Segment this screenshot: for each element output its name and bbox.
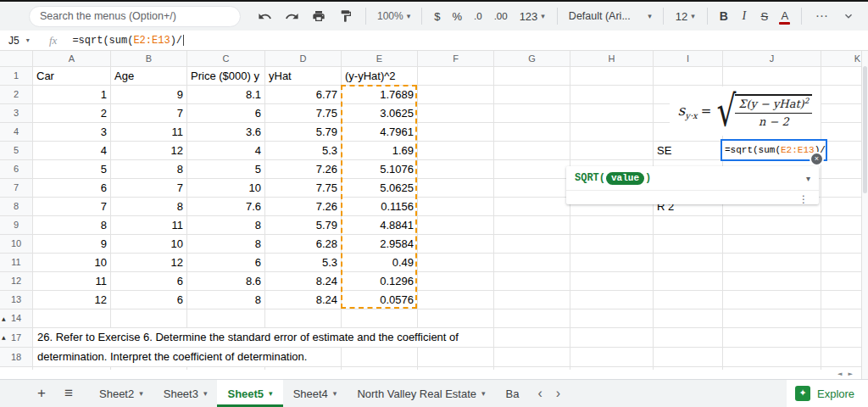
cell-B5[interactable]: 12	[111, 142, 186, 159]
cell-A4[interactable]: 3	[33, 123, 110, 141]
sheet-tab-sheet3[interactable]: Sheet3▾	[153, 380, 218, 407]
cell-C5[interactable]: 4	[187, 142, 264, 159]
cell-A9[interactable]: 8	[33, 216, 110, 234]
cell-B11[interactable]: 12	[111, 254, 186, 271]
cell-C4[interactable]: 3.6	[187, 123, 264, 141]
column-header-D[interactable]: D	[265, 51, 341, 66]
more-options-icon[interactable]: ⋮	[798, 193, 809, 205]
select-all-corner[interactable]	[0, 51, 32, 66]
explore-button[interactable]: ✦ Explore	[787, 380, 868, 407]
more-toolbar-options-button[interactable]: ⋯	[810, 5, 834, 27]
format-currency-button[interactable]: $	[428, 5, 446, 27]
row-header-17[interactable]: 17▲	[0, 328, 32, 347]
cell-D4[interactable]: 5.79	[265, 123, 341, 141]
cell-B2[interactable]: 9	[111, 86, 186, 103]
cell-E13[interactable]: 0.0576	[342, 291, 417, 309]
cell-B3[interactable]: 7	[111, 104, 186, 122]
zoom-select[interactable]: 100% ▾	[372, 5, 415, 27]
row-header-7[interactable]: 7	[0, 179, 32, 197]
cell-E9[interactable]: 4.8841	[342, 216, 417, 234]
row-header-8[interactable]: 8	[0, 198, 32, 215]
column-header-C[interactable]: C	[187, 51, 264, 66]
cell-D1[interactable]: yHat	[265, 67, 341, 85]
cell-D13[interactable]: 8.24	[265, 291, 341, 309]
menu-search-input[interactable]: Search the menus (Option+/)	[29, 6, 241, 27]
all-sheets-button[interactable]: ≡	[58, 380, 80, 407]
vertical-scrollbar-thumb[interactable]	[863, 66, 867, 193]
cell-A7[interactable]: 6	[33, 179, 110, 197]
row-group-collapse-icon[interactable]: ▲	[2, 316, 6, 321]
row-header-1[interactable]: 1	[0, 67, 32, 85]
cell-D9[interactable]: 5.79	[265, 216, 341, 234]
horizontal-scrollbar[interactable]: ◄ ►	[829, 370, 861, 379]
add-sheet-button[interactable]: +	[31, 380, 53, 407]
cell-E11[interactable]: 0.49	[342, 254, 417, 271]
hide-menus-button[interactable]	[837, 5, 860, 27]
cell-E3[interactable]: 3.0625	[342, 104, 417, 122]
cell-A5[interactable]: 4	[33, 142, 110, 159]
cell-C13[interactable]: 8	[187, 291, 264, 309]
close-icon[interactable]: ×	[810, 152, 824, 166]
cell-B7[interactable]: 7	[111, 179, 186, 197]
row-header-6[interactable]: 6	[0, 160, 32, 178]
row-header-2[interactable]: 2	[0, 86, 32, 103]
cell-A6[interactable]: 5	[33, 160, 110, 178]
chevron-down-icon[interactable]: ▾	[333, 389, 337, 398]
cell-C8[interactable]: 7.6	[187, 198, 264, 215]
standard-error-formula-image[interactable]: sy·x= √ Σ(y − yHat)2 n − 2	[670, 86, 821, 136]
sheet-tab-north-valley-real-estate[interactable]: North Valley Real Estate▾	[347, 380, 495, 407]
sheet-tab-sheet5[interactable]: Sheet5▾	[217, 380, 282, 407]
cell-D2[interactable]: 6.77	[265, 86, 341, 103]
cell-A12[interactable]: 11	[33, 272, 110, 290]
row-header-10[interactable]: 10	[0, 235, 32, 253]
cell-E1[interactable]: (y-yHat)^2	[342, 67, 417, 85]
cell-C2[interactable]: 8.1	[187, 86, 264, 103]
cell-B13[interactable]: 6	[111, 291, 186, 309]
tab-scroll-left-icon[interactable]: ‹	[537, 386, 542, 401]
vertical-scrollbar[interactable]	[861, 51, 868, 379]
row-header-14[interactable]: 14▲	[0, 309, 32, 327]
cell-A3[interactable]: 2	[33, 104, 110, 122]
row-header-4[interactable]: 4	[0, 123, 32, 141]
cell-D3[interactable]: 7.75	[265, 104, 341, 122]
cell-D12[interactable]: 8.24	[265, 272, 341, 290]
cell-E5[interactable]: 1.69	[342, 142, 417, 159]
cell-B9[interactable]: 11	[111, 216, 186, 234]
cell-A13[interactable]: 12	[33, 291, 110, 309]
chevron-down-icon[interactable]: ▾	[203, 389, 208, 398]
cell-A18[interactable]: determination. Interpret the coefficient…	[33, 348, 312, 366]
text-color-button[interactable]: A	[775, 4, 795, 29]
cell-C12[interactable]: 8.6	[187, 272, 264, 290]
scroll-right-icon[interactable]: ►	[849, 371, 853, 377]
formula-input[interactable]: =sqrt(sum(E2:E13)/	[72, 35, 184, 47]
cell-C3[interactable]: 6	[187, 104, 264, 122]
row-group-collapse-icon[interactable]: ▲	[2, 335, 6, 340]
redo-button[interactable]	[281, 5, 303, 27]
row-header-18[interactable]: 18	[0, 348, 32, 366]
cell-B12[interactable]: 6	[111, 272, 186, 290]
cell-C6[interactable]: 5	[187, 160, 264, 178]
font-size-select[interactable]: 12 ▾	[670, 5, 701, 27]
column-header-E[interactable]: E	[342, 51, 417, 66]
cell-C9[interactable]: 8	[187, 216, 264, 234]
cell-A1[interactable]: Car	[33, 67, 110, 85]
row-header-9[interactable]: 9	[0, 216, 32, 234]
cell-A17[interactable]: 26. Refer to Exercise 6. Determine the s…	[33, 328, 464, 347]
row-header-5[interactable]: 5	[0, 142, 32, 159]
cell-D8[interactable]: 7.26	[265, 198, 341, 215]
cell-A8[interactable]: 7	[33, 198, 110, 215]
cell-E2[interactable]: 1.7689	[342, 86, 417, 103]
increase-decimal-button[interactable]: .00	[488, 5, 514, 27]
column-header-A[interactable]: A	[33, 51, 110, 66]
paint-format-button[interactable]	[335, 5, 357, 27]
chevron-down-icon[interactable]: ▾	[139, 389, 143, 398]
cell-I5[interactable]: SE	[654, 142, 722, 159]
tab-scroll-right-icon[interactable]: ›	[556, 386, 560, 401]
sheet-tab-ba[interactable]: Ba	[496, 380, 530, 407]
cell-B8[interactable]: 8	[111, 198, 186, 215]
cell-E10[interactable]: 2.9584	[342, 235, 417, 253]
column-header-F[interactable]: F	[418, 51, 493, 66]
cell-E8[interactable]: 0.1156	[342, 198, 417, 215]
chevron-down-icon[interactable]: ▾	[806, 174, 810, 183]
row-header-13[interactable]: 13	[0, 291, 32, 309]
